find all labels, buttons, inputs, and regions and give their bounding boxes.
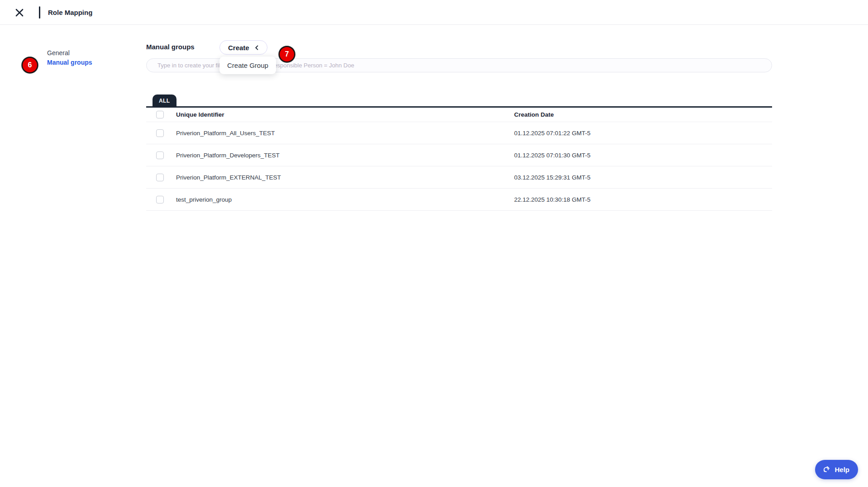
- create-button-label: Create: [228, 44, 249, 52]
- row-checkbox[interactable]: [156, 196, 164, 203]
- x-icon: [14, 8, 24, 18]
- groups-table: Unique Identifier Creation Date Priverio…: [146, 108, 772, 211]
- cell-creation-date: 01.12.2025 07:01:30 GMT-5: [514, 152, 772, 159]
- help-button-label: Help: [835, 466, 849, 473]
- menu-item-create-group[interactable]: Create Group: [219, 57, 276, 73]
- column-header-unique-identifier: Unique Identifier: [176, 111, 514, 118]
- table-row[interactable]: Priverion_Platform_All_Users_TEST 01.12.…: [146, 122, 772, 144]
- help-button[interactable]: Help: [815, 460, 858, 479]
- annotation-badge-7: 7: [279, 46, 295, 62]
- create-button[interactable]: Create: [219, 40, 267, 55]
- column-header-creation-date: Creation Date: [514, 111, 772, 118]
- cell-unique-identifier: Priverion_Platform_Developers_TEST: [176, 152, 514, 159]
- sidebar-item-general[interactable]: General: [47, 49, 70, 57]
- title-divider: [39, 6, 40, 19]
- cell-creation-date: 03.12.2025 15:29:31 GMT-5: [514, 174, 772, 181]
- row-checkbox[interactable]: [156, 151, 164, 159]
- section-title: Manual groups: [146, 43, 195, 51]
- role-mapping-page: Role Mapping General Manual groups 6 7 M…: [0, 0, 868, 487]
- table-header-row: Unique Identifier Creation Date: [146, 108, 772, 122]
- chevron-left-icon: [254, 45, 260, 51]
- top-bar: Role Mapping: [0, 0, 868, 25]
- row-checkbox[interactable]: [156, 129, 164, 137]
- annotation-badge-6: 6: [22, 57, 38, 73]
- close-button[interactable]: [14, 7, 25, 19]
- select-all-checkbox[interactable]: [156, 111, 164, 118]
- cell-unique-identifier: Priverion_Platform_All_Users_TEST: [176, 130, 514, 137]
- cell-creation-date: 22.12.2025 10:30:18 GMT-5: [514, 196, 772, 203]
- create-dropdown-menu: Create Group: [219, 57, 276, 74]
- table-row[interactable]: Priverion_Platform_Developers_TEST 01.12…: [146, 144, 772, 166]
- cell-unique-identifier: test_priverion_group: [176, 196, 514, 203]
- tab-all[interactable]: ALL: [153, 95, 176, 107]
- table-row[interactable]: Priverion_Platform_EXTERNAL_TEST 03.12.2…: [146, 166, 772, 189]
- table-row[interactable]: test_priverion_group 22.12.2025 10:30:18…: [146, 189, 772, 211]
- cell-creation-date: 01.12.2025 07:01:22 GMT-5: [514, 130, 772, 137]
- row-checkbox[interactable]: [156, 174, 164, 181]
- page-title: Role Mapping: [48, 9, 92, 16]
- headset-icon: [821, 465, 831, 474]
- sidebar-item-manual-groups[interactable]: Manual groups: [47, 59, 92, 66]
- cell-unique-identifier: Priverion_Platform_EXTERNAL_TEST: [176, 174, 514, 181]
